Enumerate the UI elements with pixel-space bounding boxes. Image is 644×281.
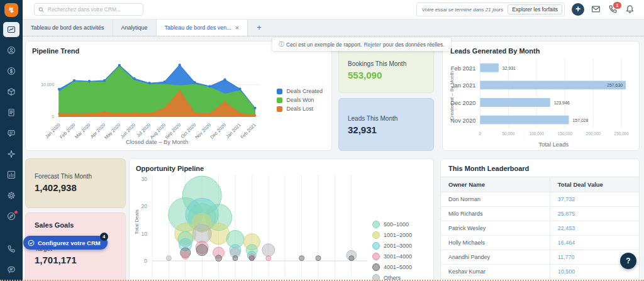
sidebar-item-ai-assist[interactable] <box>3 146 19 162</box>
forecast-card: Forecast This Month 1,402,938 <box>25 158 126 208</box>
leads-title: Leads This Month <box>348 115 425 122</box>
legend-item: 500–1000 <box>372 221 412 228</box>
sidebar-item-products[interactable] <box>3 84 19 99</box>
banner-suffix: pour des données réelles. <box>383 41 445 48</box>
deal-value-link[interactable]: 22,453 <box>550 221 639 236</box>
sales-goals-target-value: 1,701,171 <box>35 255 116 265</box>
sidebar-item-settings[interactable] <box>3 188 19 203</box>
ai-assist-icon <box>7 150 16 158</box>
help-button[interactable]: ? <box>620 253 636 269</box>
tab-label: Tableau de bord des ven... <box>165 25 231 31</box>
sidebar-item-deals[interactable] <box>3 63 19 79</box>
leads-this-month-card: Leads This Month 32,931 <box>338 98 434 151</box>
legend-item: Deals Lost <box>277 106 323 112</box>
pipeline-trend-legend: Deals CreatedDeals WonDeals Lost <box>277 88 323 112</box>
topbar-actions: Votre essai se termine dans 21 jours Exp… <box>416 3 644 16</box>
leads-generated-card: Leads Generated By Month 050,000100,0001… <box>442 41 640 151</box>
svg-text:Total Leads: Total Leads <box>538 141 569 148</box>
opportunity-pipeline-chart: 0102030Total Deals <box>133 173 367 280</box>
conversations-icon <box>7 129 16 138</box>
owner-name-cell: Anandhi Pandey <box>441 250 550 265</box>
sidebar-item-dashboard[interactable] <box>3 22 19 37</box>
leaderboard-header-owner: Owner Name <box>441 177 550 192</box>
owner-name-cell: Don Norman <box>441 192 550 207</box>
deals-icon <box>7 67 16 75</box>
tab-2[interactable]: Tableau de bord des ven...× <box>157 19 248 36</box>
configure-crm-badge: 4 <box>100 233 108 241</box>
deal-value-link[interactable]: 25,875 <box>550 207 639 221</box>
table-row: Don Norman37,732 <box>441 192 639 207</box>
opportunity-pipeline-card: Opportunity Pipeline 0102030Total Deals … <box>129 158 434 281</box>
legend-item: 4001–5000 <box>372 263 412 271</box>
tab-close-icon[interactable]: × <box>235 24 239 31</box>
legend-item: 1001–2000 <box>372 231 412 239</box>
info-icon: ⓘ <box>279 40 284 48</box>
svg-text:Feb 2021: Feb 2021 <box>239 122 257 140</box>
svg-text:May 2020: May 2020 <box>103 122 121 140</box>
svg-text:150,000: 150,000 <box>558 131 573 136</box>
search-input[interactable] <box>47 6 143 13</box>
svg-text:100,000: 100,000 <box>530 131 545 136</box>
email-button[interactable] <box>591 4 601 14</box>
bookings-this-month-card: Bookings This Month 553,090 <box>338 47 434 93</box>
contacts-icon <box>7 46 16 55</box>
sidebar-item-contacts[interactable] <box>3 43 19 58</box>
notifications-button[interactable] <box>625 4 635 14</box>
svg-text:10,000: 10,000 <box>41 82 54 87</box>
leaderboard-title: This Month Leaderboard <box>441 159 639 177</box>
sales-goals-title: Sales Goals <box>35 221 116 229</box>
phone-button[interactable]: 1 <box>608 4 618 14</box>
deal-value-link[interactable]: 16,464 <box>550 236 639 250</box>
sidebar-notification-dot <box>14 211 18 214</box>
pipeline-trend-card: Pipeline Trend 010,000Jan 2020Feb 2020Ma… <box>25 41 332 151</box>
sidebar-item-conversations[interactable] <box>3 126 19 141</box>
new-tab-button[interactable]: + <box>248 19 270 36</box>
legend-item: Deals Created <box>277 88 323 94</box>
sidebar-item-help-chat[interactable] <box>3 262 19 277</box>
svg-text:Jun 2020: Jun 2020 <box>119 122 136 140</box>
tab-1[interactable]: Analytique <box>113 19 157 36</box>
sidebar-item-documents[interactable] <box>3 105 19 120</box>
svg-text:0: 0 <box>479 131 482 136</box>
deal-value-link[interactable]: 37,732 <box>550 192 639 207</box>
documents-icon <box>7 108 16 117</box>
owner-name-cell: Holly Michaels <box>441 236 550 250</box>
quick-add-button[interactable]: + <box>572 3 584 16</box>
configure-crm-button[interactable]: Configurez votre CRM 4 <box>23 236 108 250</box>
bookings-value: 553,090 <box>348 70 425 80</box>
leads-generated-chart: 050,000100,000150,000200,000250,000Feb 2… <box>448 55 635 151</box>
svg-text:50,000: 50,000 <box>502 131 514 136</box>
pipeline-trend-chart: 010,000Jan 2020Feb 2020Mar 2020Apr 2020M… <box>32 55 266 148</box>
dashboard-tabbar: Tableau de bord des activitésAnalytiqueT… <box>23 19 644 36</box>
sample-report-banner: ⓘ Ceci est un exemple de rapport. Rejete… <box>272 38 451 51</box>
email-icon <box>591 4 601 14</box>
check-circle-icon <box>28 240 35 246</box>
table-row: Keshav Kumar10,500 <box>441 265 639 279</box>
svg-text:Sep 2020: Sep 2020 <box>164 122 182 140</box>
leads-generated-title: Leads Generated By Month <box>448 47 634 55</box>
svg-text:10: 10 <box>142 231 148 237</box>
sidebar-item-analytics[interactable] <box>3 167 19 182</box>
banner-dismiss-link[interactable]: Rejeter <box>364 41 380 48</box>
sidebar-item-phone[interactable] <box>3 241 19 256</box>
freshworks-logo-icon[interactable]: ↯ <box>4 3 18 17</box>
dashboard-icon <box>7 25 16 34</box>
topbar: Votre essai se termine dans 21 jours Exp… <box>23 0 644 19</box>
phone-icon <box>7 245 16 253</box>
legend-item: Deals Won <box>277 97 323 103</box>
svg-text:0: 0 <box>52 114 54 119</box>
svg-text:Aug 2020: Aug 2020 <box>149 122 167 140</box>
svg-text:257,630: 257,630 <box>607 83 623 87</box>
bell-icon <box>625 4 635 14</box>
tab-0[interactable]: Tableau de bord des activités <box>23 19 113 36</box>
leaderboard-header-value: Total Deal Value <box>550 177 639 192</box>
sidebar-item-marketplace[interactable] <box>3 209 19 224</box>
trial-banner: Votre essai se termine dans 21 jours Exp… <box>416 3 565 16</box>
forecast-value: 1,402,938 <box>35 182 116 193</box>
svg-text:30: 30 <box>142 176 148 182</box>
explore-plans-button[interactable]: Explorer les forfaits <box>508 4 562 14</box>
global-search[interactable] <box>34 3 143 16</box>
svg-text:Mar 2020: Mar 2020 <box>74 122 91 140</box>
owner-name-cell: Patrick Wesley <box>441 221 550 236</box>
search-icon <box>38 7 44 13</box>
